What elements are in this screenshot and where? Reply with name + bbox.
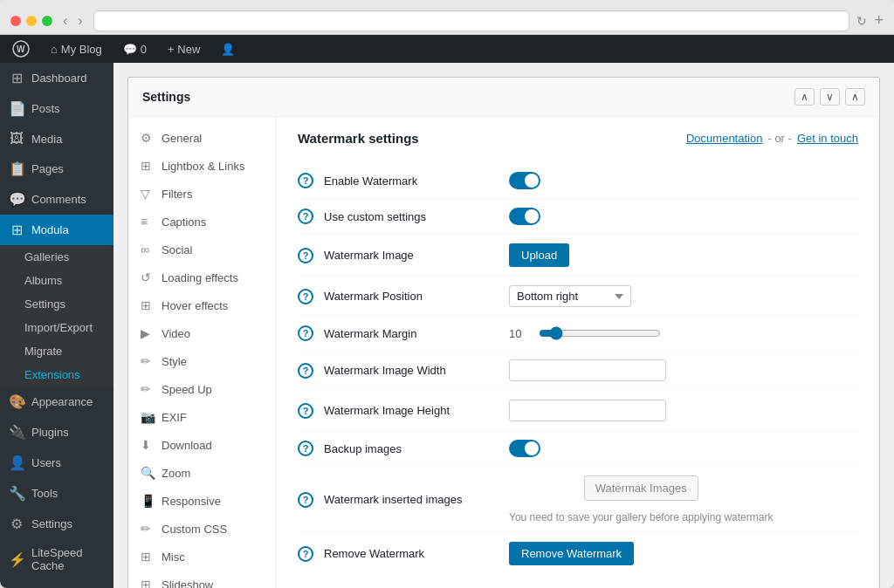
- remove-watermark-button[interactable]: Remove Watermark: [509, 542, 634, 565]
- sidebar-item-users[interactable]: 👤 Users: [0, 448, 113, 478]
- sidebar-item-settings[interactable]: ⚙ Settings: [0, 509, 113, 539]
- nav-slideshow[interactable]: ⊞ Slideshow: [128, 571, 276, 588]
- submenu-albums[interactable]: Albums: [0, 269, 113, 292]
- watermark-position-help[interactable]: ?: [298, 289, 313, 304]
- watermark-settings-content: Watermark settings Documentation - or - …: [277, 117, 879, 588]
- dashboard-icon: ⊞: [9, 70, 24, 86]
- sidebar-item-plugins[interactable]: 🔌 Plugins: [0, 417, 113, 448]
- watermark-height-control: [509, 400, 666, 421]
- nav-customcss[interactable]: ✏ Custom CSS: [128, 515, 276, 543]
- enable-watermark-toggle[interactable]: [509, 172, 540, 189]
- watermark-position-select[interactable]: Bottom right Top left Top center Top rig…: [509, 285, 631, 307]
- sidebar-item-appearance[interactable]: 🎨 Appearance: [0, 386, 113, 417]
- sidebar-item-litespeed[interactable]: ⚡ LiteSpeed Cache: [0, 539, 113, 579]
- backup-images-help[interactable]: ?: [298, 441, 313, 456]
- wp-logo-item[interactable]: W: [7, 35, 35, 63]
- howdy-item[interactable]: 👤: [216, 35, 240, 63]
- sidebar-item-media[interactable]: 🖼 Media: [0, 124, 113, 154]
- nav-slideshow-label: Slideshow: [162, 578, 213, 589]
- submenu-extensions[interactable]: Extensions: [0, 363, 113, 386]
- site-name: My Blog: [61, 43, 102, 56]
- submenu-import-export[interactable]: Import/Export: [0, 316, 113, 339]
- watermark-margin-slider[interactable]: [539, 326, 661, 340]
- sidebar-item-posts[interactable]: 📄 Posts: [0, 93, 113, 124]
- forward-button[interactable]: ›: [74, 11, 86, 31]
- enable-watermark-label: Enable Watermark: [324, 174, 499, 188]
- nav-customcss-label: Custom CSS: [162, 523, 227, 536]
- modula-icon: ⊞: [9, 222, 24, 238]
- setting-enable-watermark: ? Enable Watermark: [298, 163, 858, 199]
- new-tab-button[interactable]: +: [874, 11, 884, 30]
- new-item[interactable]: + New: [162, 35, 205, 63]
- litespeed-icon: ⚡: [9, 551, 24, 568]
- maximize-button[interactable]: [42, 16, 52, 26]
- nav-loading[interactable]: ↺ Loading effects: [128, 263, 276, 291]
- documentation-link[interactable]: Documentation: [686, 132, 762, 145]
- enable-watermark-help[interactable]: ?: [298, 173, 313, 188]
- content-header: Watermark settings Documentation - or - …: [298, 131, 858, 146]
- sidebar-item-dashboard[interactable]: ⊞ Dashboard: [0, 63, 113, 93]
- remove-watermark-help[interactable]: ?: [298, 546, 313, 562]
- watermark-inserted-help[interactable]: ?: [298, 492, 313, 508]
- comments-item[interactable]: 💬 0: [118, 35, 152, 63]
- tools-icon: 🔧: [9, 485, 24, 502]
- sidebar-item-modula[interactable]: ⊞ Modula: [0, 215, 113, 245]
- collapse-menu-item[interactable]: ← Collapse menu: [0, 579, 113, 588]
- remove-watermark-label: Remove Watermark: [324, 547, 499, 560]
- collapse-panel-down[interactable]: ∨: [820, 88, 840, 106]
- close-button[interactable]: [10, 16, 21, 26]
- refresh-button[interactable]: ↻: [856, 14, 867, 28]
- nav-exif[interactable]: 📷 EXIF: [128, 403, 276, 431]
- watermark-image-help[interactable]: ?: [298, 248, 313, 263]
- nav-misc[interactable]: ⊞ Misc: [128, 543, 276, 571]
- nav-style[interactable]: ✏ Style: [128, 347, 276, 375]
- sidebar-item-comments[interactable]: 💬 Comments: [0, 184, 113, 215]
- submenu-galleries[interactable]: Galleries: [0, 245, 113, 269]
- use-custom-control: [509, 208, 540, 225]
- nav-captions[interactable]: ≡ Captions: [128, 208, 276, 236]
- watermark-height-help[interactable]: ?: [298, 403, 313, 419]
- wp-wrapper: ⊞ Dashboard 📄 Posts 🖼 Media 📋 Pages 💬 Co…: [0, 63, 894, 588]
- sidebar-item-label: Appearance: [31, 395, 93, 408]
- get-in-touch-link[interactable]: Get in touch: [797, 132, 858, 145]
- misc-nav-icon: ⊞: [141, 550, 155, 564]
- sidebar-item-pages[interactable]: 📋 Pages: [0, 154, 113, 184]
- nav-zoom[interactable]: 🔍 Zoom: [128, 459, 276, 487]
- backup-images-toggle[interactable]: [509, 440, 540, 457]
- minimize-button[interactable]: [26, 16, 37, 26]
- watermark-height-input[interactable]: [509, 400, 666, 421]
- nav-video[interactable]: ▶ Video: [128, 319, 276, 347]
- filters-nav-icon: ▽: [141, 187, 155, 201]
- sidebar-item-tools[interactable]: 🔧 Tools: [0, 478, 113, 509]
- submenu-migrate[interactable]: Migrate: [0, 339, 113, 363]
- nav-general[interactable]: ⚙ General: [128, 124, 276, 152]
- collapse-panel-up[interactable]: ∧: [794, 88, 815, 106]
- submenu-settings[interactable]: Settings: [0, 292, 113, 316]
- back-button[interactable]: ‹: [59, 11, 71, 31]
- nav-download[interactable]: ⬇ Download: [128, 431, 276, 459]
- watermark-margin-help[interactable]: ?: [298, 325, 313, 341]
- site-name-item[interactable]: ⌂ My Blog: [45, 35, 107, 63]
- nav-responsive[interactable]: 📱 Responsive: [128, 487, 276, 515]
- upload-button[interactable]: Upload: [509, 243, 569, 267]
- use-custom-toggle[interactable]: [509, 208, 540, 225]
- address-bar[interactable]: [93, 10, 850, 31]
- watermark-images-button[interactable]: Watermak Images: [584, 475, 698, 501]
- nav-lightbox[interactable]: ⊞ Lightbox & Links: [128, 152, 276, 180]
- nav-speedup[interactable]: ✏ Speed Up: [128, 375, 276, 403]
- pages-icon: 📋: [9, 161, 24, 177]
- nav-video-label: Video: [162, 327, 190, 340]
- expand-panel[interactable]: ∧: [845, 88, 865, 106]
- use-custom-help[interactable]: ?: [298, 209, 313, 224]
- watermark-width-input[interactable]: [509, 359, 666, 381]
- sidebar-item-label: Posts: [31, 102, 60, 115]
- watermark-inserted-label: Watermark inserted images: [324, 493, 499, 506]
- admin-bar: W ⌂ My Blog 💬 0 + New 👤: [0, 35, 894, 63]
- nav-lightbox-label: Lightbox & Links: [162, 160, 244, 173]
- nav-hover-label: Hover effects: [162, 299, 228, 312]
- nav-social[interactable]: ∞ Social: [128, 236, 276, 263]
- nav-filters[interactable]: ▽ Filters: [128, 180, 276, 208]
- watermark-width-help[interactable]: ?: [298, 363, 313, 379]
- watermark-section-title: Watermark settings: [298, 131, 419, 146]
- nav-hover[interactable]: ⊞ Hover effects: [128, 291, 276, 319]
